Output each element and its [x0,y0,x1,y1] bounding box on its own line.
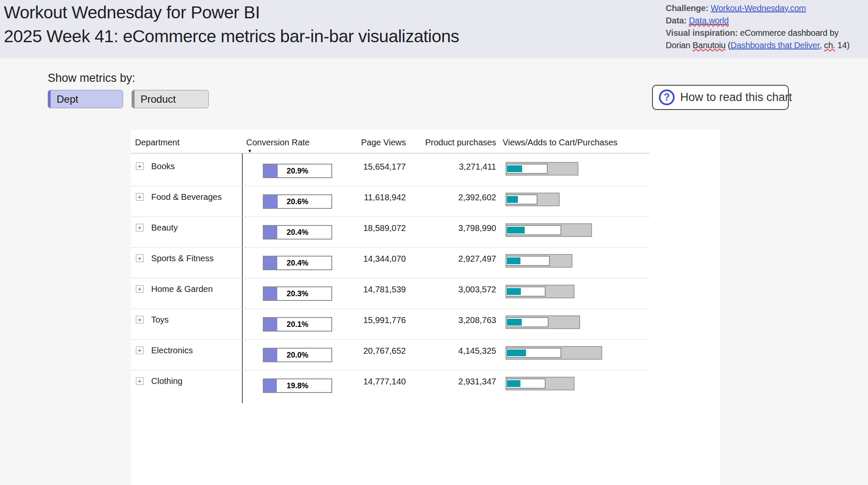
challenge-link[interactable]: Workout-Wednesday.com [711,3,806,13]
department-label: Home & Garden [151,284,213,294]
purchases-value: 3,003,572 [409,285,496,294]
inspiration-line-1: Visual inspiration: eCommerce dashboard … [666,27,866,39]
purchases-bar [507,319,522,326]
page-views-value: 14,344,070 [319,254,406,264]
paren-open: ( [725,40,730,50]
product-button-label: Product [141,90,176,108]
book-link[interactable]: Dashboards that Deliver [730,40,819,50]
report-header-band: Workout Wednesday for Power BI 2025 Week… [0,0,868,58]
power-bi-report-page: Workout Wednesday for Power BI 2025 Week… [0,0,868,485]
purchases-bar [507,349,526,356]
expand-icon[interactable]: + [136,254,144,262]
table-row[interactable]: + Electronics 20.0% 20,767,652 4,145,325 [131,340,720,370]
report-subtitle: 2025 Week 41: eCommerce metrics bar-in-b… [4,26,459,46]
data-link-text: Data.world [689,16,729,25]
purchases-value: 4,145,325 [409,346,496,356]
expand-icon[interactable]: + [136,193,144,201]
expand-icon[interactable]: + [136,285,144,293]
department-label: Electronics [151,346,193,355]
page-views-value: 20,767,652 [319,346,406,356]
purchases-value: 2,392,602 [409,193,496,202]
how-to-read-label: How to read this chart [680,91,792,104]
expand-icon[interactable]: + [136,346,144,354]
page-views-value: 15,991,776 [319,315,406,325]
page-views-value: 14,777,140 [319,377,406,387]
purchases-value: 3,271,411 [409,162,496,172]
purchases-bar [507,380,520,387]
expand-icon[interactable]: + [136,316,144,323]
purchases-bar [507,196,518,203]
credits-block: Challenge: Workout-Wednesday.com Data: D… [666,2,866,52]
column-header-product-purchases[interactable]: Product purchases [409,138,496,147]
purchases-value: 3,798,990 [409,223,496,233]
column-header-page-views[interactable]: Page Views [319,138,406,147]
purchases-bar [507,257,520,264]
table-row[interactable]: + Clothing 19.8% 14,777,140 2,931,347 [131,370,720,401]
comma-sep: , [819,40,824,50]
department-label: Sports & Fitness [151,254,214,263]
page-views-value: 18,589,072 [319,223,406,233]
inspiration-text: eCommerce dashboard by [740,28,839,38]
purchases-bar [507,165,522,172]
button-accent-bar [48,90,51,108]
button-accent-bar [132,90,135,108]
table-row[interactable]: + Sports & Fitness 20.4% 14,344,070 2,92… [131,248,720,278]
metrics-table-card: Department Conversion Rate ▼ Page Views … [131,130,720,485]
challenge-label: Challenge: [666,3,708,13]
author-last-name: Banutoiu [693,40,725,50]
dept-button-label: Dept [57,90,78,108]
question-mark-icon: ? [659,89,675,105]
purchases-value: 3,208,763 [409,315,496,325]
data-label: Data: [666,16,687,25]
inspiration-label: Visual inspiration: [666,28,738,38]
table-row[interactable]: + Books 20.9% 15,654,177 3,271,411 [131,156,720,186]
data-link[interactable]: Data.world [689,16,729,25]
department-label: Books [151,162,175,171]
column-header-department[interactable]: Department [135,138,180,147]
purchases-value: 2,931,347 [409,377,496,387]
column-header-bar-in-bar[interactable]: Views/Adds to Cart/Purchases [503,138,618,147]
department-label: Toys [151,315,169,325]
show-metrics-by-label: Show metrics by: [48,72,135,85]
chapter-abbrev: ch. [824,40,835,50]
paren-close: 14) [835,40,850,50]
sort-descending-icon: ▼ [247,148,252,153]
report-title: Workout Wednesday for Power BI [4,3,260,23]
table-row[interactable]: + Home & Garden 20.3% 14,781,539 3,003,5… [131,278,720,309]
expand-icon[interactable]: + [136,377,144,385]
product-toggle-button[interactable]: Product [132,90,209,108]
table-body: + Books 20.9% 15,654,177 3,271,411 + Foo… [131,156,720,401]
table-header-row: Department Conversion Rate ▼ Page Views … [131,130,720,153]
page-views-value: 11,618,942 [319,193,406,202]
table-row[interactable]: + Beauty 20.4% 18,589,072 3,798,990 [131,217,720,248]
department-label: Food & Beverages [151,192,222,202]
purchases-bar [507,227,525,234]
department-label: Clothing [151,376,182,386]
author-first-name: Dorian [666,40,693,50]
how-to-read-button[interactable]: ? How to read this chart [652,85,789,110]
page-views-value: 15,654,177 [319,162,406,172]
column-header-conversion-rate[interactable]: Conversion Rate [246,138,310,147]
data-line: Data: Data.world [666,14,866,27]
challenge-line: Challenge: Workout-Wednesday.com [666,2,866,14]
department-label: Beauty [151,223,178,233]
table-row[interactable]: + Food & Beverages 20.6% 11,618,942 2,39… [131,186,720,217]
dept-toggle-button[interactable]: Dept [48,90,123,108]
expand-icon[interactable]: + [136,162,144,170]
expand-icon[interactable]: + [136,224,144,231]
page-views-value: 14,781,539 [319,285,406,294]
table-row[interactable]: + Toys 20.1% 15,991,776 3,208,763 [131,309,720,340]
purchases-value: 2,927,497 [409,254,496,264]
inspiration-line-2: Dorian Banutoiu (Dashboards that Deliver… [666,39,866,52]
purchases-bar [507,288,521,295]
